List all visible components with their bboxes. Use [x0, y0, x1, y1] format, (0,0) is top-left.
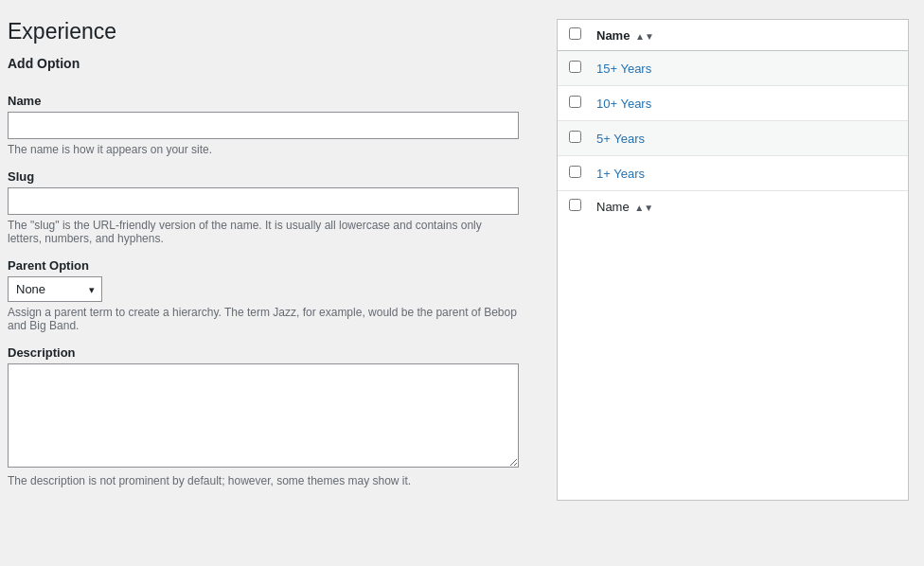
row-checkbox[interactable] [569, 61, 581, 73]
page-container: Experience Add Option Name The name is h… [0, 0, 924, 520]
select-all-col [558, 20, 585, 51]
row-checkbox-cell [558, 51, 585, 86]
table-row: 10+ Years [558, 86, 908, 121]
row-name-link[interactable]: 5+ Years [596, 132, 645, 146]
row-checkbox-cell [558, 121, 585, 156]
table-row: 1+ Years [558, 156, 908, 191]
description-help-text: The description is not prominent by defa… [8, 474, 519, 487]
description-textarea[interactable] [8, 363, 519, 468]
name-col-label: Name [596, 28, 630, 43]
slug-field-group: Slug The "slug" is the URL-friendly vers… [8, 169, 519, 245]
right-panel: Name ▲▼ 15+ Years 10+ Years 5+ Years [557, 19, 909, 501]
table-header-row: Name ▲▼ [558, 20, 908, 51]
table-row: 5+ Years [558, 121, 908, 156]
parent-select-wrapper: None [8, 276, 102, 302]
table-footer-row: Name ▲▼ [558, 191, 908, 222]
select-all-checkbox[interactable] [569, 27, 581, 40]
row-checkbox-cell [558, 86, 585, 121]
name-column-header[interactable]: Name ▲▼ [585, 20, 908, 51]
row-name-cell: 1+ Years [585, 156, 908, 191]
terms-tbody: 15+ Years 10+ Years 5+ Years 1+ Years [558, 51, 908, 191]
row-name-cell: 15+ Years [585, 51, 908, 86]
slug-label: Slug [8, 169, 519, 184]
parent-label: Parent Option [8, 258, 519, 273]
footer-name-col[interactable]: Name ▲▼ [585, 191, 908, 222]
footer-name-label: Name [596, 200, 630, 214]
row-name-link[interactable]: 1+ Years [596, 167, 645, 181]
left-panel: Experience Add Option Name The name is h… [8, 19, 557, 501]
row-checkbox-cell [558, 156, 585, 191]
parent-help-text: Assign a parent term to create a hierarc… [8, 306, 519, 332]
name-help-text: The name is how it appears on your site. [8, 143, 519, 156]
name-label: Name [8, 94, 519, 108]
description-field-group: Description The description is not promi… [8, 345, 519, 487]
row-name-link[interactable]: 15+ Years [596, 62, 651, 76]
footer-select-all-checkbox[interactable] [569, 199, 581, 211]
description-label: Description [8, 345, 519, 360]
row-name-cell: 10+ Years [585, 86, 908, 121]
slug-input[interactable] [8, 187, 519, 215]
slug-help-text: The "slug" is the URL-friendly version o… [8, 219, 519, 245]
parent-select[interactable]: None [8, 276, 102, 302]
terms-table: Name ▲▼ 15+ Years 10+ Years 5+ Years [558, 20, 908, 221]
add-option-title: Add Option [8, 56, 519, 79]
name-input[interactable] [8, 112, 519, 139]
row-name-link[interactable]: 10+ Years [596, 97, 651, 111]
row-checkbox[interactable] [569, 131, 581, 143]
footer-cb-col [558, 191, 585, 222]
name-sort-icon: ▲▼ [635, 31, 654, 42]
row-checkbox[interactable] [569, 96, 581, 108]
row-checkbox[interactable] [569, 166, 581, 178]
name-field-group: Name The name is how it appears on your … [8, 94, 519, 156]
parent-option-group: Parent Option None Assign a parent term … [8, 258, 519, 332]
table-row: 15+ Years [558, 51, 908, 86]
footer-sort-icon: ▲▼ [634, 203, 653, 213]
row-name-cell: 5+ Years [585, 121, 908, 156]
page-title: Experience [8, 19, 519, 44]
